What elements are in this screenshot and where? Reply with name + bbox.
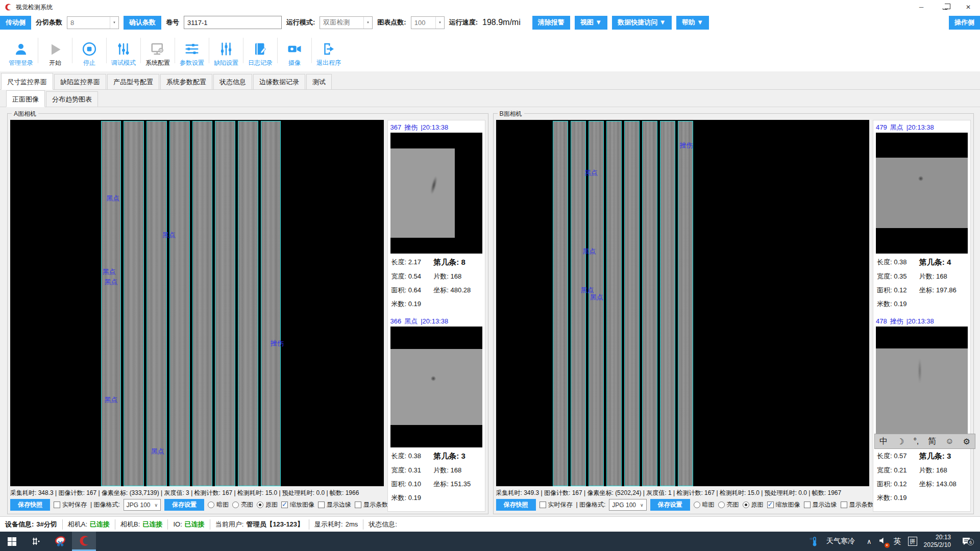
tab-size-monitor[interactable]: 尺寸监控界面 xyxy=(1,73,53,90)
strip-rect xyxy=(124,121,144,486)
save-settings-button[interactable]: 保存设置 xyxy=(650,499,690,511)
ime-mode-indicator[interactable]: 拼 xyxy=(908,537,917,546)
defect-marker-label: 黑点 xyxy=(105,278,118,287)
param-settings-button[interactable]: 参数设置 xyxy=(175,33,209,69)
admin-login-button[interactable]: 管理登录 xyxy=(4,33,38,69)
close-button[interactable]: ✕ xyxy=(957,0,980,14)
show-edge-checkbox[interactable]: 显示边缘 xyxy=(804,500,837,509)
start-button[interactable]: 开始 xyxy=(38,33,72,69)
current-user: 当前用户: 管理员【123-123】 xyxy=(210,519,309,530)
minimize-button[interactable]: ─ xyxy=(910,0,933,14)
defect-info: 长度: 0.57 第几条: 3 宽度: 0.21 片数: 168 面积: 0.1… xyxy=(876,447,968,503)
camera-a-image: 黑点 黑点 黑点 黑点 挫伤 黑点 黑点 xyxy=(10,120,384,486)
app-logo-icon xyxy=(4,3,12,11)
run-mode-select[interactable]: 双面检测 xyxy=(320,16,373,29)
speed-value: 198.9m/mi xyxy=(482,18,521,27)
clear-alarm-button[interactable]: 清除报警 xyxy=(532,16,570,30)
zoom-image-checkbox[interactable]: 缩放图像 xyxy=(767,500,800,509)
ime-simplified-toggle[interactable]: 简 xyxy=(928,436,936,447)
tab-edge-data-record[interactable]: 边缘数据记录 xyxy=(253,74,305,89)
view-menu-button[interactable]: 视图 ▼ xyxy=(575,16,607,30)
ime-punctuation-toggle[interactable]: °, xyxy=(913,437,919,446)
io-connection: IO: 已连接 xyxy=(168,519,210,530)
ime-lang-toggle[interactable]: 中 xyxy=(879,436,888,447)
data-quick-access-menu-button[interactable]: 数据快捷访问 ▼ xyxy=(612,16,671,30)
exit-program-button[interactable]: 退出程序 xyxy=(312,33,346,69)
ime-settings-gear-icon[interactable]: ⚙ xyxy=(963,437,970,446)
task-view-icon xyxy=(31,536,41,546)
tray-expand-chevron-icon[interactable]: ∧ xyxy=(867,538,872,545)
tab-test[interactable]: 测试 xyxy=(306,74,332,89)
show-edge-checkbox[interactable]: 显示边缘 xyxy=(318,500,351,509)
dark-image-radio[interactable]: 暗图 xyxy=(694,500,715,509)
thermometer-icon[interactable] xyxy=(808,536,820,547)
clock[interactable]: 20:13 2025/2/10 xyxy=(924,534,951,549)
original-image-radio[interactable]: 原图 xyxy=(257,500,278,509)
defect-type: 挫伤 xyxy=(890,317,903,326)
defect-index: 479 xyxy=(876,123,887,131)
roll-number-input[interactable]: 3117-1 xyxy=(184,16,282,29)
defect-time: |20:13:38 xyxy=(906,317,934,325)
chart-points-select[interactable]: 100 xyxy=(411,16,445,29)
vision-app-taskbar-button[interactable] xyxy=(72,532,96,551)
subtab-front-image[interactable]: 正面图像 xyxy=(6,90,45,107)
notification-center-button[interactable]: 6 xyxy=(958,536,975,546)
chevron-down-icon xyxy=(363,17,372,29)
checkbox-icon xyxy=(355,502,361,508)
original-image-radio[interactable]: 原图 xyxy=(743,500,764,509)
save-settings-button[interactable]: 保存设置 xyxy=(164,499,204,511)
weather-text[interactable]: 天气寒冷 xyxy=(826,537,855,546)
slit-count-select[interactable]: 8 xyxy=(67,16,119,29)
tab-defect-monitor[interactable]: 缺陷监控界面 xyxy=(54,74,106,89)
confirm-count-button[interactable]: 确认条数 xyxy=(124,16,161,30)
help-menu-button[interactable]: 帮助 ▼ xyxy=(676,16,709,30)
strip-rect xyxy=(624,121,640,486)
maximize-button[interactable] xyxy=(933,0,957,14)
save-snapshot-button[interactable]: 保存快照 xyxy=(10,499,50,511)
zoom-image-checkbox[interactable]: 缩放图像 xyxy=(281,500,314,509)
defect-marker-label: 黑点 xyxy=(106,194,119,203)
ime-emoji-icon[interactable]: ☺ xyxy=(945,437,953,446)
defect-card[interactable]: 479 黑点 |20:13:38 长度: 0.38 第几条: 4 宽度: 0.3… xyxy=(876,122,968,309)
camera-a-stats: 采集耗时: 348.3 | 图像计数: 167 | 像素坐标: (333,713… xyxy=(10,488,384,498)
drive-side-button[interactable]: 传动侧 xyxy=(0,16,31,30)
language-indicator[interactable]: 英 xyxy=(894,537,901,546)
bright-image-radio[interactable]: 亮图 xyxy=(232,500,253,509)
dark-image-radio[interactable]: 暗图 xyxy=(208,500,229,509)
checkbox-icon xyxy=(281,502,288,508)
ime-fullwidth-moon-icon[interactable]: ☽ xyxy=(897,437,904,446)
show-strip-count-checkbox[interactable]: 显示条数 xyxy=(841,500,874,509)
operate-side-button[interactable]: 操作侧 xyxy=(949,16,980,30)
start-button[interactable] xyxy=(0,532,24,551)
checkbox-icon xyxy=(767,502,774,508)
run-mode-label: 运行模式: xyxy=(286,18,315,27)
subtab-distribution-trend-chart[interactable]: 分布趋势图表 xyxy=(46,91,98,107)
volume-muted-button[interactable]: ✕ xyxy=(878,536,887,546)
tab-system-param-config[interactable]: 系统参数配置 xyxy=(160,74,212,89)
capture-button[interactable]: 摄像 xyxy=(278,33,311,69)
tab-status-info[interactable]: 状态信息 xyxy=(213,74,252,89)
defect-card[interactable]: 478 挫伤 |20:13:38 长度: 0.57 第几条: 3 宽度: 0.2… xyxy=(876,316,968,503)
save-snapshot-button[interactable]: 保存快照 xyxy=(496,499,536,511)
image-format-select[interactable]: JPG 100∨ xyxy=(124,499,161,511)
status-connected: 已连接 xyxy=(142,520,162,529)
task-view-button[interactable] xyxy=(24,532,48,551)
snipping-tool-button[interactable] xyxy=(48,532,72,551)
debug-mode-button[interactable]: 调试模式 xyxy=(107,33,140,69)
show-strip-count-checkbox[interactable]: 显示条数 xyxy=(355,500,388,509)
tray-time: 20:13 xyxy=(924,534,951,541)
defect-card[interactable]: 367 挫伤 |20:13:38 长度: 2.17 第几条: 8 宽度: 0.5… xyxy=(390,122,482,309)
tab-product-model-config[interactable]: 产品型号配置 xyxy=(107,74,159,89)
defect-settings-button[interactable]: 缺陷设置 xyxy=(209,33,243,69)
image-format-select[interactable]: JPG 100∨ xyxy=(609,499,646,511)
defect-header: 366 黑点 |20:13:38 xyxy=(390,316,482,327)
realtime-save-checkbox[interactable]: 实时保存 xyxy=(54,500,87,509)
log-record-button[interactable]: 日志记录 xyxy=(243,33,277,69)
strip-rect xyxy=(678,121,693,486)
defect-card[interactable]: 366 黑点 |20:13:38 长度: 0.38 第几条: 3 宽度: 0.3… xyxy=(390,316,482,503)
stop-button[interactable]: 停止 xyxy=(72,33,106,69)
bright-image-radio[interactable]: 亮图 xyxy=(718,500,739,509)
realtime-save-checkbox[interactable]: 实时保存 xyxy=(540,500,573,509)
system-config-button[interactable]: 系统配置 xyxy=(141,33,175,69)
camera-b-defect-list: 479 黑点 |20:13:38 长度: 0.38 第几条: 4 宽度: 0.3… xyxy=(873,120,971,512)
